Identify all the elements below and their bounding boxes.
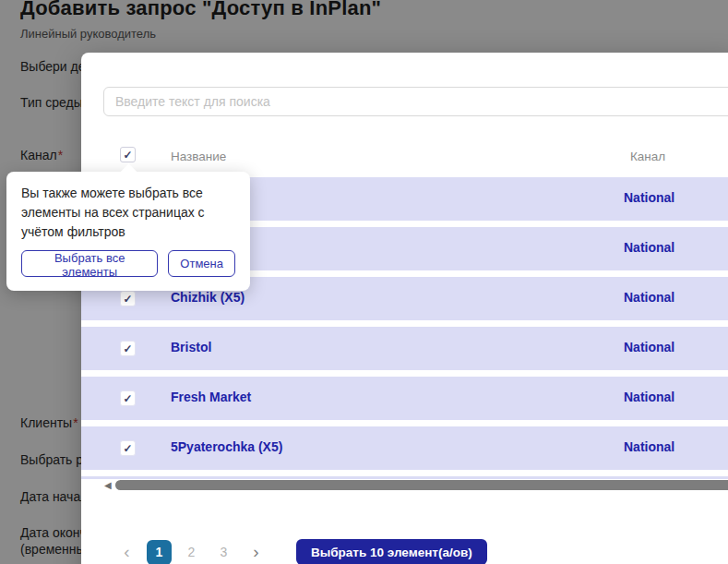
table-row[interactable]: ✓ Fresh Market National bbox=[81, 377, 728, 420]
pagination-next-button[interactable]: › bbox=[244, 540, 269, 564]
pagination-page-3[interactable]: 3 bbox=[211, 540, 236, 564]
selection-modal: ✓ Название Канал ✓ National ✓ National ✓… bbox=[81, 53, 728, 564]
scrollbar-thumb[interactable] bbox=[115, 480, 728, 490]
horizontal-scrollbar[interactable]: ◀ bbox=[81, 479, 728, 492]
row-name: Fresh Market bbox=[171, 390, 251, 404]
tooltip-text: Вы также можете выбрать все элементы на … bbox=[21, 184, 235, 242]
column-header-channel: Канал bbox=[630, 150, 665, 163]
row-channel: National bbox=[624, 390, 674, 404]
select-all-checkbox[interactable]: ✓ bbox=[120, 147, 136, 162]
row-name: Chizhik (X5) bbox=[171, 290, 245, 305]
pagination: ‹ 1 2 3 › Выбрать 10 элемент(а/ов) bbox=[114, 539, 487, 564]
row-channel: National bbox=[624, 340, 674, 354]
row-name: 5Pyaterochka (X5) bbox=[171, 439, 282, 454]
checkmark-icon: ✓ bbox=[123, 294, 132, 305]
row-channel: National bbox=[624, 439, 674, 454]
tooltip-actions: Выбрать все элементы Отмена bbox=[21, 250, 235, 277]
row-channel: National bbox=[624, 190, 674, 205]
row-channel: National bbox=[624, 240, 674, 255]
scroll-left-icon[interactable]: ◀ bbox=[104, 480, 112, 490]
cancel-button[interactable]: Отмена bbox=[168, 250, 235, 277]
row-name: Bristol bbox=[171, 340, 211, 354]
column-header-name: Название bbox=[171, 150, 226, 163]
checkmark-icon: ✓ bbox=[123, 443, 132, 454]
pagination-prev-button[interactable]: ‹ bbox=[114, 540, 139, 564]
checkmark-icon: ✓ bbox=[123, 393, 132, 404]
select-all-elements-button[interactable]: Выбрать все элементы bbox=[21, 250, 158, 277]
row-checkbox[interactable]: ✓ bbox=[120, 390, 136, 406]
search-input[interactable] bbox=[103, 87, 728, 116]
table-row[interactable]: ✓ 5Pyaterochka (X5) National bbox=[81, 426, 728, 470]
row-channel: National bbox=[624, 290, 674, 305]
select-items-button[interactable]: Выбрать 10 элемент(а/ов) bbox=[296, 539, 487, 564]
page: Добавить запрос "Доступ в InPlan" Линейн… bbox=[0, 0, 728, 564]
pagination-page-2[interactable]: 2 bbox=[179, 540, 204, 564]
checkmark-icon: ✓ bbox=[123, 343, 132, 354]
row-checkbox[interactable]: ✓ bbox=[120, 291, 136, 306]
select-all-tooltip: Вы также можете выбрать все элементы на … bbox=[6, 172, 250, 291]
pagination-page-1[interactable]: 1 bbox=[147, 540, 172, 564]
table-row[interactable]: ✓ Bristol National bbox=[81, 327, 728, 370]
row-checkbox[interactable]: ✓ bbox=[120, 440, 136, 456]
row-checkbox[interactable]: ✓ bbox=[120, 341, 136, 356]
checkmark-icon: ✓ bbox=[123, 150, 132, 161]
